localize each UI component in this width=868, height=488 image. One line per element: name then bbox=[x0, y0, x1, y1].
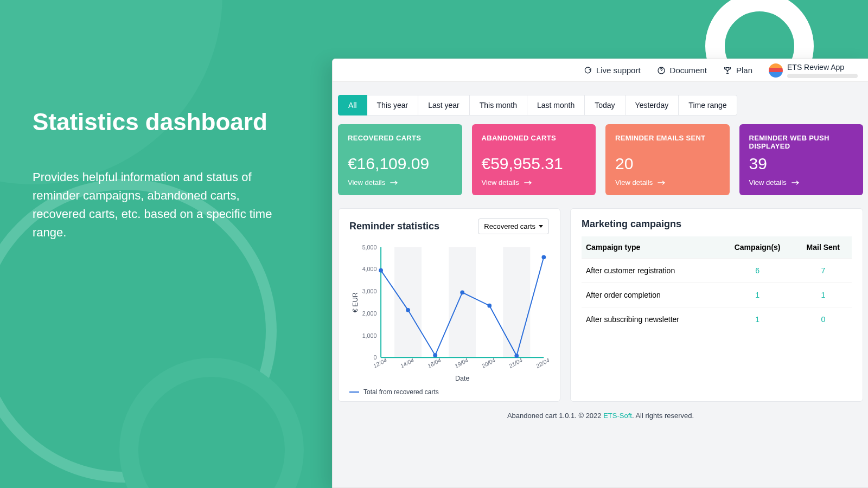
filter-tab-this-month[interactable]: This month bbox=[470, 95, 527, 115]
app-window: Live support Document Plan ETS Review Ap… bbox=[332, 59, 868, 488]
card-value: €16,109.09 bbox=[348, 155, 452, 173]
table-row: After order completion11 bbox=[582, 283, 852, 307]
reminder-statistics-panel: Reminder statistics Recovered carts 01,0… bbox=[338, 208, 560, 402]
card-value: 20 bbox=[615, 155, 720, 173]
card-recovered-carts: RECOVERED CARTS €16,109.09 View details bbox=[338, 124, 462, 195]
view-details-link[interactable]: View details bbox=[615, 178, 720, 187]
card-abandoned-carts: ABANDONED CARTS €59,955.31 View details bbox=[472, 124, 596, 195]
card-caption: ABANDONED CARTS bbox=[482, 134, 586, 152]
svg-point-32 bbox=[514, 354, 519, 358]
svg-text:€ EUR: € EUR bbox=[352, 292, 359, 312]
svg-point-33 bbox=[541, 255, 546, 259]
card-reminder-emails: REMINDER EMAILS SENT 20 View details bbox=[605, 124, 730, 195]
table-header: Campaign(s) bbox=[720, 236, 795, 259]
svg-text:18/04: 18/04 bbox=[426, 357, 442, 369]
mail-sent: 0 bbox=[795, 307, 852, 332]
campaign-type: After order completion bbox=[582, 283, 720, 307]
svg-text:0: 0 bbox=[373, 354, 376, 361]
card-value: 39 bbox=[749, 155, 854, 173]
legend-swatch bbox=[349, 391, 359, 393]
svg-text:Date: Date bbox=[455, 375, 470, 382]
arrow-right-icon bbox=[657, 179, 666, 186]
plan-label: Plan bbox=[736, 66, 752, 75]
link-label: View details bbox=[615, 178, 653, 187]
view-details-link[interactable]: View details bbox=[749, 178, 854, 187]
card-caption: REMINDER EMAILS SENT bbox=[615, 134, 720, 152]
document-label: Document bbox=[670, 66, 707, 75]
arrow-right-icon bbox=[390, 179, 398, 186]
svg-rect-2 bbox=[449, 247, 476, 357]
document-link[interactable]: Document bbox=[657, 66, 707, 75]
live-support-link[interactable]: Live support bbox=[583, 66, 641, 75]
svg-rect-3 bbox=[503, 247, 530, 357]
filter-tab-yesterday[interactable]: Yesterday bbox=[626, 95, 679, 115]
help-icon bbox=[657, 66, 666, 75]
date-filter-tabs: AllThis yearLast yearThis monthLast mont… bbox=[338, 95, 863, 115]
table-row: After customer registration67 bbox=[582, 259, 852, 283]
chart-series-select[interactable]: Recovered carts bbox=[478, 219, 549, 234]
card-caption: REMINDER WEB PUSH DISPLAYED bbox=[749, 134, 854, 152]
filter-tab-all[interactable]: All bbox=[338, 95, 367, 115]
filter-tab-this-year[interactable]: This year bbox=[367, 95, 419, 115]
svg-point-29 bbox=[433, 353, 437, 357]
marketing-campaigns-panel: Marketing campaigns Campaign type Campai… bbox=[570, 208, 863, 402]
promo-body: Provides helpful information and status … bbox=[33, 168, 293, 242]
table-header: Campaign type bbox=[582, 236, 720, 259]
footer-link[interactable]: ETS-Soft bbox=[603, 412, 632, 420]
footer-text: Abandoned cart 1.0.1. © 2022 bbox=[507, 412, 603, 420]
svg-text:1,000: 1,000 bbox=[362, 332, 377, 339]
marketing-table: Campaign type Campaign(s) Mail Sent Afte… bbox=[582, 236, 852, 331]
svg-text:21/04: 21/04 bbox=[507, 357, 524, 370]
filter-tab-last-year[interactable]: Last year bbox=[418, 95, 470, 115]
caret-down-icon bbox=[539, 225, 543, 228]
campaign-count: 6 bbox=[720, 259, 795, 283]
user-sub-placeholder bbox=[787, 74, 858, 78]
user-menu[interactable]: ETS Review App bbox=[769, 63, 858, 78]
panel-title: Reminder statistics bbox=[349, 221, 439, 232]
table-row: After subscribing newsletter10 bbox=[582, 307, 852, 332]
filter-tab-today[interactable]: Today bbox=[585, 95, 625, 115]
svg-text:20/04: 20/04 bbox=[480, 357, 496, 370]
svg-point-27 bbox=[379, 268, 383, 273]
svg-text:4,000: 4,000 bbox=[362, 266, 377, 272]
campaign-type: After subscribing newsletter bbox=[582, 307, 720, 332]
svg-point-31 bbox=[487, 304, 492, 308]
legend-label: Total from recovered carts bbox=[363, 388, 439, 396]
link-label: View details bbox=[482, 178, 519, 187]
trophy-icon bbox=[723, 66, 732, 75]
plan-link[interactable]: Plan bbox=[723, 66, 752, 75]
topbar: Live support Document Plan ETS Review Ap… bbox=[333, 59, 868, 82]
mail-sent: 7 bbox=[795, 259, 852, 283]
svg-text:2,000: 2,000 bbox=[362, 310, 377, 317]
svg-text:5,000: 5,000 bbox=[362, 244, 377, 251]
svg-point-30 bbox=[460, 290, 464, 294]
avatar bbox=[769, 63, 783, 78]
mail-sent: 1 bbox=[795, 283, 852, 307]
panel-title: Marketing campaigns bbox=[582, 219, 852, 230]
footer: Abandoned cart 1.0.1. © 2022 ETS-Soft. A… bbox=[333, 412, 868, 420]
view-details-link[interactable]: View details bbox=[348, 178, 452, 187]
user-name: ETS Review App bbox=[787, 63, 858, 72]
view-details-link[interactable]: View details bbox=[482, 178, 586, 187]
filter-tab-time-range[interactable]: Time range bbox=[679, 95, 737, 115]
campaign-count: 1 bbox=[720, 307, 795, 332]
campaign-count: 1 bbox=[720, 283, 795, 307]
svg-point-28 bbox=[406, 308, 410, 312]
svg-rect-1 bbox=[394, 247, 422, 357]
table-header: Mail Sent bbox=[795, 236, 852, 259]
filter-tab-last-month[interactable]: Last month bbox=[527, 95, 585, 115]
chat-icon bbox=[583, 66, 592, 75]
arrow-right-icon bbox=[791, 179, 800, 186]
live-support-label: Live support bbox=[596, 66, 641, 75]
card-value: €59,955.31 bbox=[482, 155, 586, 173]
svg-text:22/04: 22/04 bbox=[534, 357, 549, 370]
card-web-push: REMINDER WEB PUSH DISPLAYED 39 View deta… bbox=[739, 124, 864, 195]
select-value: Recovered carts bbox=[484, 222, 535, 230]
link-label: View details bbox=[348, 178, 385, 187]
promo-title: Statistics dashboard bbox=[33, 108, 293, 136]
campaign-type: After customer registration bbox=[582, 259, 720, 283]
card-caption: RECOVERED CARTS bbox=[348, 134, 452, 152]
arrow-right-icon bbox=[524, 179, 532, 186]
link-label: View details bbox=[749, 178, 787, 187]
svg-text:19/04: 19/04 bbox=[454, 357, 469, 369]
